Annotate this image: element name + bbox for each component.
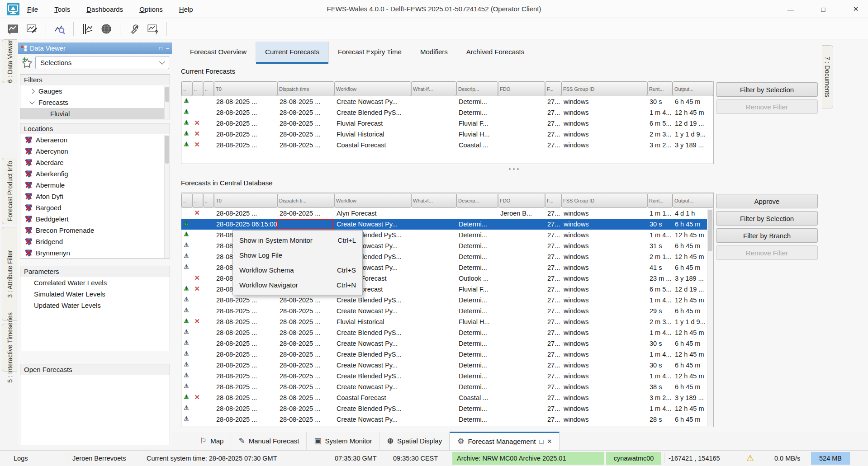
dock-tab[interactable]: Forecast Product Info <box>2 158 17 224</box>
restore-view-icon[interactable] <box>539 438 543 445</box>
menu-item[interactable]: Tools <box>54 5 70 13</box>
location-item[interactable]: Brynmenyn <box>20 247 170 259</box>
table-row[interactable]: 28-08-2025 ... 28-08-2025 ... Create Ble… <box>181 349 713 360</box>
chart-tool-icon[interactable] <box>51 21 68 37</box>
filters-scrollbar[interactable] <box>164 86 170 119</box>
bottom-tab[interactable]: Manual Forecast <box>231 432 307 450</box>
action-button[interactable]: Filter by Selection <box>716 82 818 97</box>
column-header[interactable]: T0 <box>214 81 277 96</box>
location-item[interactable]: Beddgelert <box>20 213 170 225</box>
column-header[interactable]: Runt... <box>647 81 673 96</box>
menu-item[interactable]: File <box>27 5 38 13</box>
column-header[interactable]: F... <box>545 81 561 96</box>
table-row[interactable]: 28-08-2025 06:15:00 Create Nowcast Py...… <box>181 219 713 230</box>
action-button[interactable]: Approve <box>716 194 818 208</box>
dock-tab[interactable]: 6 : Data Viewer <box>2 39 17 83</box>
table-row[interactable]: 28-08-2025 ... 28-08-2025 ... Create Ble… <box>181 107 713 118</box>
table-splitter[interactable] <box>509 168 519 170</box>
table-row[interactable]: 28-08-2025 ... 28-08-2025 ... Coastal Fo… <box>181 140 713 151</box>
main-tab[interactable]: Archived Forecasts <box>457 42 533 62</box>
column-header[interactable]: .. <box>203 193 214 208</box>
table-row[interactable]: 28-08-2025 ... 28-08-2025 ... Create Now… <box>181 381 713 392</box>
column-header[interactable]: Descrip... <box>456 193 498 208</box>
location-item[interactable]: Aberdare <box>20 157 170 168</box>
dock-tab[interactable]: 5 : Interactive Timeseries <box>2 324 17 372</box>
column-header[interactable]: Workflow <box>334 81 411 96</box>
chart-edit-icon[interactable] <box>24 21 41 37</box>
tree-chevron-icon[interactable] <box>29 89 34 94</box>
location-item[interactable]: Abercynon <box>20 146 170 157</box>
menu-item[interactable]: Options <box>139 5 163 13</box>
filter-tree-item[interactable]: Forecasts <box>20 97 170 108</box>
location-item[interactable]: Abermule <box>20 179 170 191</box>
column-header[interactable]: Runt... <box>647 193 673 208</box>
column-header[interactable]: FDO <box>498 193 545 208</box>
main-tab[interactable]: Current Forecasts <box>256 42 329 62</box>
column-header[interactable]: .. <box>203 81 214 96</box>
column-header[interactable]: Output... <box>673 81 713 96</box>
column-header[interactable]: Dispatch ti... <box>277 193 334 208</box>
column-header[interactable]: F... <box>545 193 561 208</box>
table-row[interactable]: 28-08-2025 ... 28-08-2025 ... Alyn Forec… <box>181 208 713 219</box>
column-header[interactable]: FDO <box>498 81 545 96</box>
column-header[interactable]: .. <box>192 81 203 96</box>
tree-chevron-icon[interactable] <box>29 99 34 104</box>
globe-icon[interactable] <box>98 21 115 37</box>
column-header[interactable]: FSS Group ID <box>561 81 647 96</box>
parameter-item[interactable]: Correlated Water Levels <box>20 277 170 288</box>
close-button[interactable]: ✕ <box>850 5 862 13</box>
location-item[interactable]: Aberkenfig <box>20 168 170 179</box>
location-item[interactable]: Aberaeron <box>20 134 170 146</box>
profile-display-icon[interactable] <box>79 21 96 37</box>
table-row[interactable]: 28-08-2025 ... 28-08-2025 ... Create Now… <box>181 306 713 316</box>
location-item[interactable]: Afon Dyfi <box>20 191 170 202</box>
location-item[interactable]: Bridgend <box>20 236 170 247</box>
timeseries-chart-icon[interactable] <box>5 21 22 37</box>
bottom-tab[interactable]: Map <box>193 432 231 450</box>
column-header[interactable]: Descrip... <box>456 81 498 96</box>
context-menu-item[interactable]: Workflow Navigator Ctrl+N <box>233 278 362 292</box>
main-tab[interactable]: Forecast Overview <box>181 42 256 62</box>
column-header[interactable]: Output... <box>673 193 713 208</box>
column-header[interactable]: FSS Group ID <box>561 193 647 208</box>
table-row[interactable]: 28-08-2025 ... 28-08-2025 ... Coastal Fo… <box>181 392 713 403</box>
locations-scrollbar[interactable] <box>164 135 170 258</box>
close-view-icon[interactable] <box>547 438 552 445</box>
table-row[interactable]: 28-08-2025 ... 28-08-2025 ... Create Now… <box>181 96 713 107</box>
context-menu-item[interactable]: Show in System Monitor Ctrl+L <box>233 233 362 248</box>
table-row[interactable]: 28-08-2025 ... 28-08-2025 ... Create Ble… <box>181 403 713 414</box>
filter-tree-item[interactable]: Gauges <box>20 85 170 97</box>
parameter-item[interactable]: Updated Water Levels <box>20 300 170 311</box>
table-row[interactable]: 28-08-2025 ... 28-08-2025 ... Fluvial Fo… <box>181 118 713 129</box>
data-viewer-header[interactable]: Data Viewer □ ‒ <box>18 42 172 54</box>
float-panel-icon[interactable]: □ <box>159 45 162 52</box>
wrench-icon[interactable] <box>125 21 142 37</box>
menu-item[interactable]: Dashboards <box>86 5 123 13</box>
maximize-button[interactable]: □ <box>817 5 829 13</box>
column-header[interactable]: .. <box>192 193 203 208</box>
main-tab[interactable]: Modifiers <box>411 42 457 62</box>
table-row[interactable]: 28-08-2025 ... 28-08-2025 ... Fluvial Hi… <box>181 316 713 327</box>
column-header[interactable]: What-if... <box>411 81 456 96</box>
column-header[interactable]: Workflow <box>334 193 411 208</box>
column-header[interactable]: .. <box>181 81 192 96</box>
dock-tab[interactable]: 3 : Attribute Filter <box>2 227 17 321</box>
table-scrollbar[interactable] <box>707 209 713 426</box>
minimize-panel-icon[interactable]: ‒ <box>166 45 169 52</box>
table-row[interactable]: 28-08-2025 ... 28-08-2025 ... Create Now… <box>181 338 713 349</box>
dock-tab-documents[interactable]: 7 : Documents <box>822 45 833 108</box>
selections-dropdown[interactable]: Selections <box>35 56 169 69</box>
table-row[interactable]: 28-08-2025 ... 28-08-2025 ... Create Now… <box>181 360 713 371</box>
column-header[interactable]: .. <box>181 193 192 208</box>
context-menu-item[interactable]: Workflow Schema Ctrl+S <box>233 263 362 278</box>
chart-question-icon[interactable]: ? <box>144 21 161 37</box>
minimize-button[interactable]: — <box>785 5 797 13</box>
favorite-selection-icon[interactable] <box>21 57 33 69</box>
table-row[interactable]: 28-08-2025 ... 28-08-2025 ... Fluvial Hi… <box>181 129 713 140</box>
context-menu-item[interactable]: Show Log File <box>233 248 362 263</box>
menu-item[interactable]: Help <box>179 5 193 13</box>
location-item[interactable]: Brecon Promenade <box>20 225 170 236</box>
column-header[interactable]: T0 <box>214 193 277 208</box>
location-item[interactable]: Bargoed <box>20 202 170 213</box>
action-button[interactable]: Filter by Branch <box>716 228 818 243</box>
